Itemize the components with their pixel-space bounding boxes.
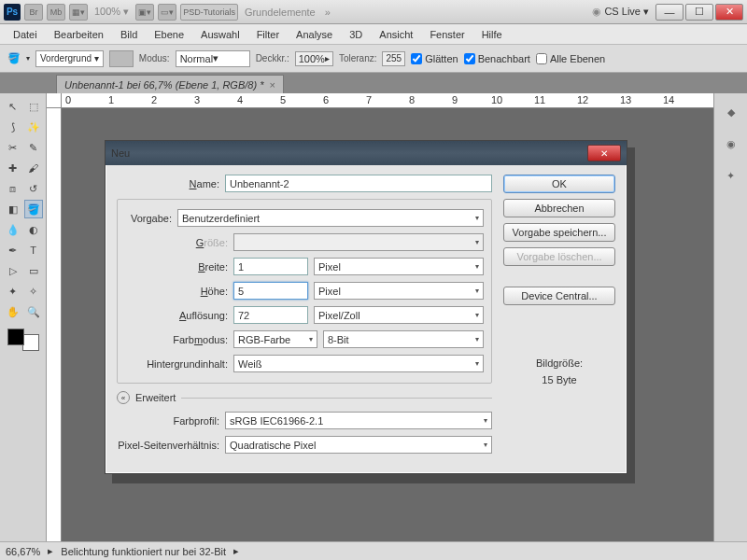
width-label: Breite:: [125, 261, 228, 273]
view-extras-button[interactable]: ▦▾: [69, 4, 88, 21]
menubar: Datei Bearbeiten Bild Ebene Auswahl Filt…: [0, 24, 747, 45]
menu-datei[interactable]: Datei: [6, 27, 45, 42]
ps-logo: Ps: [4, 4, 21, 21]
chk-benachbart[interactable]: Benachbart: [464, 53, 530, 64]
name-input[interactable]: Unbenannt-2: [225, 175, 492, 192]
tab-close-icon[interactable]: ×: [269, 79, 275, 91]
modus-label: Modus:: [139, 53, 170, 63]
menu-analyse[interactable]: Analyse: [289, 27, 340, 42]
workspace-more[interactable]: »: [322, 7, 333, 18]
eyedropper-tool[interactable]: ✎: [24, 138, 43, 157]
zoom-display[interactable]: 100% ▾: [92, 6, 132, 18]
modus-dd[interactable]: Normal▾: [176, 50, 250, 67]
menu-auswahl[interactable]: Auswahl: [193, 27, 247, 42]
minibridge-button[interactable]: Mb: [47, 4, 65, 21]
path-tool[interactable]: ▷: [4, 261, 22, 280]
menu-bild[interactable]: Bild: [113, 27, 145, 42]
marquee-tool[interactable]: ⬚: [24, 97, 43, 116]
preset-label: Vorgabe:: [125, 213, 172, 224]
ok-button[interactable]: OK: [503, 175, 615, 193]
move-tool[interactable]: ↖: [4, 97, 22, 116]
image-size-value: 15 Byte: [503, 374, 615, 385]
right-panels: ◆ ◉ ✦: [713, 93, 747, 541]
menu-ebene[interactable]: Ebene: [147, 27, 191, 42]
maximize-button[interactable]: ☐: [685, 4, 713, 21]
fill-layer-dd[interactable]: Vordergrund ▾: [35, 50, 104, 67]
chk-glaetten[interactable]: Glätten: [411, 53, 458, 64]
advanced-toggle[interactable]: «Erweitert: [117, 391, 492, 404]
menu-bearbeiten[interactable]: Bearbeiten: [47, 27, 111, 42]
menu-3d[interactable]: 3D: [342, 27, 370, 42]
ruler-horizontal: 01234567891011121314: [62, 93, 713, 108]
cslive-button[interactable]: ◉ CS Live ▾: [589, 6, 652, 18]
mode-dd[interactable]: RGB-Farbe▾: [233, 330, 317, 348]
close-button[interactable]: ✕: [715, 4, 743, 21]
3d-tool[interactable]: ✦: [4, 282, 22, 301]
workspace-psd[interactable]: PSD-Tutorials: [180, 4, 238, 21]
height-unit-dd[interactable]: Pixel▾: [314, 282, 484, 300]
history-brush-tool[interactable]: ↺: [24, 179, 43, 198]
workspace-grund[interactable]: Grundelemente: [242, 7, 318, 18]
delete-preset-button: Vorgabe löschen...: [503, 247, 615, 266]
status-zoom[interactable]: 66,67%: [6, 546, 40, 557]
chk-alle-ebenen[interactable]: Alle Ebenen: [536, 53, 605, 64]
panel-layers-icon[interactable]: ◆: [722, 103, 740, 121]
menu-filter[interactable]: Filter: [249, 27, 287, 42]
document-tab[interactable]: Unbenannt-1 bei 66,7% (Ebene 1, RGB/8) *…: [56, 75, 284, 93]
dodge-tool[interactable]: ◐: [24, 220, 43, 239]
fill-swatch[interactable]: [109, 50, 134, 67]
healing-tool[interactable]: ✚: [4, 159, 22, 177]
tol-value[interactable]: 255: [382, 51, 405, 66]
cancel-button[interactable]: Abbrechen: [503, 199, 615, 217]
height-input[interactable]: 5: [233, 282, 308, 300]
eraser-tool[interactable]: ◧: [4, 200, 22, 218]
screen-mode-button[interactable]: ▭▾: [158, 4, 176, 21]
bit-dd[interactable]: 8-Bit▾: [323, 330, 484, 348]
bucket-tool[interactable]: 🪣: [24, 200, 43, 218]
arrange-button[interactable]: ▣▾: [135, 4, 154, 21]
ruler-vertical: [47, 108, 62, 541]
lasso-tool[interactable]: ⟆: [4, 118, 22, 136]
menu-ansicht[interactable]: Ansicht: [372, 27, 420, 42]
new-document-dialog: Neu ✕ Name: Unbenannt-2 Vorgabe: Benutze…: [105, 140, 627, 474]
panel-color-icon[interactable]: ◉: [722, 134, 740, 153]
bg-dd[interactable]: Weiß▾: [233, 355, 484, 372]
wand-tool[interactable]: ✨: [24, 118, 43, 136]
dialog-titlebar[interactable]: Neu ✕: [106, 141, 627, 165]
bridge-button[interactable]: Br: [24, 4, 43, 21]
type-tool[interactable]: T: [24, 241, 43, 259]
res-input[interactable]: 72: [233, 306, 308, 324]
toolbox: ↖⬚ ⟆✨ ✂✎ ✚🖌 ⧈↺ ◧🪣 💧◐ ✒T ▷▭ ✦✧ ✋🔍: [0, 93, 47, 541]
zoom-tool[interactable]: 🔍: [24, 302, 43, 321]
dialog-title: Neu: [111, 147, 587, 159]
device-central-button[interactable]: Device Central...: [503, 287, 615, 305]
res-unit-dd[interactable]: Pixel/Zoll▾: [314, 306, 484, 324]
blur-tool[interactable]: 💧: [4, 220, 22, 239]
par-dd[interactable]: Quadratische Pixel▾: [225, 436, 492, 454]
menu-hilfe[interactable]: Hilfe: [474, 27, 510, 42]
deck-value[interactable]: 100% ▸: [295, 51, 333, 66]
menu-fenster[interactable]: Fenster: [422, 27, 472, 42]
res-label: Auflösung:: [125, 310, 228, 321]
hand-tool[interactable]: ✋: [4, 302, 22, 321]
bg-label: Hintergrundinhalt:: [125, 358, 228, 370]
dialog-close-button[interactable]: ✕: [587, 145, 621, 161]
save-preset-button[interactable]: Vorgabe speichern...: [503, 223, 615, 242]
width-input[interactable]: 1: [233, 258, 308, 275]
pen-tool[interactable]: ✒: [4, 241, 22, 259]
minimize-button[interactable]: —: [655, 4, 684, 21]
panel-adjust-icon[interactable]: ✦: [722, 166, 740, 185]
status-message: Belichtung funktioniert nur bei 32-Bit: [61, 546, 226, 557]
width-unit-dd[interactable]: Pixel▾: [314, 258, 484, 275]
par-label: Pixel-Seitenverhältnis:: [117, 440, 219, 451]
brush-tool[interactable]: 🖌: [24, 159, 43, 177]
3d-camera-tool[interactable]: ✧: [24, 282, 43, 301]
color-swatches[interactable]: [7, 329, 39, 351]
statusbar: 66,67% ▸ Belichtung funktioniert nur bei…: [0, 541, 747, 560]
profile-dd[interactable]: sRGB IEC61966-2.1▾: [225, 412, 492, 429]
crop-tool[interactable]: ✂: [4, 138, 22, 157]
shape-tool[interactable]: ▭: [24, 261, 43, 280]
app-titlebar: Ps Br Mb ▦▾ 100% ▾ ▣▾ ▭▾ PSD-Tutorials G…: [0, 0, 747, 24]
stamp-tool[interactable]: ⧈: [4, 179, 22, 198]
preset-dd[interactable]: Benutzerdefiniert▾: [177, 209, 484, 227]
